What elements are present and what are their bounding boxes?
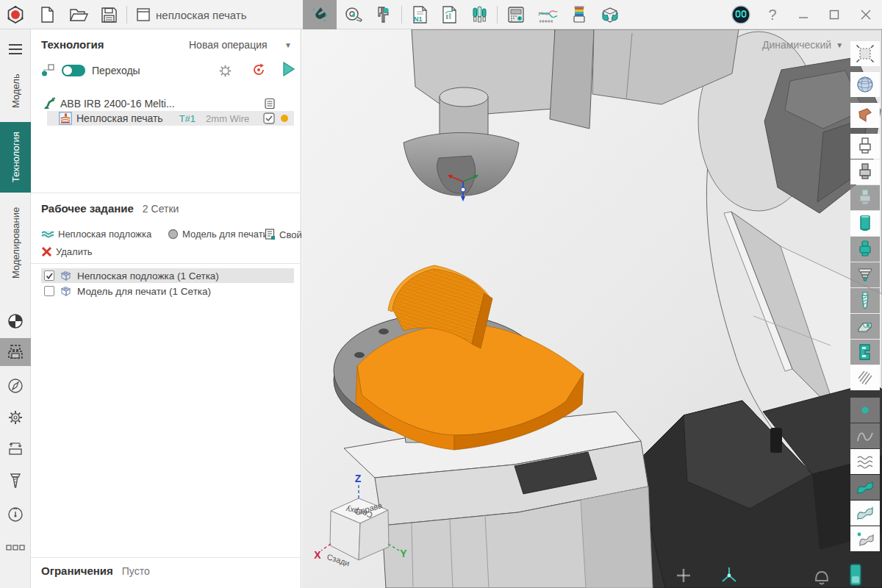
operation-checkbox[interactable]: [263, 112, 275, 124]
transitions-toggle[interactable]: [62, 65, 85, 76]
machine-setup-icon[interactable]: [0, 435, 31, 463]
mesh-surface-button[interactable]: [850, 449, 880, 474]
document-tab-icon: [132, 0, 154, 29]
robot-label: ABB IRB 2400-16 Melti...: [60, 98, 175, 110]
datum-icon[interactable]: [0, 307, 31, 335]
stock-button[interactable]: [850, 314, 880, 339]
chevron-down-icon: ▼: [284, 41, 292, 49]
tool-holder-teal-round-button[interactable]: [850, 237, 880, 262]
transitions-label: Переходы: [92, 65, 140, 76]
checkbox-checked[interactable]: [44, 270, 54, 281]
assistant-button[interactable]: [726, 0, 756, 29]
fit-view-button[interactable]: [850, 41, 880, 66]
measure-tape-button[interactable]: [340, 0, 368, 29]
hatch-section-button[interactable]: [850, 365, 880, 390]
view-mode-dropdown[interactable]: Динамический ▼: [762, 39, 843, 51]
snap-magnet-button[interactable]: [303, 0, 337, 29]
layers-button[interactable]: [564, 0, 594, 29]
new-operation-dropdown[interactable]: Новая операция ▼: [189, 39, 292, 51]
mesh-icon: [60, 286, 72, 297]
fixture-button[interactable]: [850, 340, 880, 365]
help-button[interactable]: ?: [761, 0, 784, 29]
new-document-button[interactable]: [34, 0, 60, 29]
tool-holder-teal-button[interactable]: [850, 211, 880, 236]
operation-label: Неплоская печать: [76, 112, 163, 124]
document-tab[interactable]: неплоская печать: [156, 0, 247, 29]
settings-gear-icon[interactable]: [0, 404, 31, 431]
drill-tool-button[interactable]: [850, 288, 880, 313]
flag-surface-button[interactable]: [850, 501, 880, 526]
view-mode-label: Динамический: [762, 39, 831, 51]
globe-view-button[interactable]: [850, 72, 880, 97]
save-button[interactable]: [96, 0, 122, 29]
materials-box-button[interactable]: [595, 0, 625, 29]
device-icon: [850, 564, 861, 585]
curve-button[interactable]: [850, 423, 880, 448]
caliper-button[interactable]: [369, 0, 397, 29]
tools-button[interactable]: [465, 0, 494, 29]
operations-list-icon[interactable]: [264, 98, 276, 110]
app-logo: [3, 0, 28, 29]
nc-program-button[interactable]: N1: [406, 0, 434, 29]
sidebar-tab-modeling[interactable]: Моделирование: [0, 197, 31, 288]
sidebar-tab-model[interactable]: Модель: [0, 65, 31, 118]
print-operation-icon: [59, 112, 72, 125]
model-icon: [168, 229, 179, 240]
tree-row-robot[interactable]: ABB IRB 2400-16 Melti...: [41, 96, 294, 111]
more-options-icon[interactable]: [0, 534, 31, 562]
titlebar: неплоская печать N1: [0, 0, 882, 29]
operation-settings-button[interactable]: [218, 62, 232, 79]
tool-number: T#1: [179, 113, 196, 124]
tool-discs-button[interactable]: [850, 262, 880, 287]
surface-filled-button[interactable]: [850, 475, 880, 500]
substrate-button-label: Неплоская подложка: [58, 229, 151, 240]
statistics-button[interactable]: [532, 0, 563, 29]
recalculate-button[interactable]: [251, 62, 266, 78]
tool-holder-gray-button[interactable]: [850, 159, 880, 184]
substrate-button[interactable]: Неплоская подложка: [41, 229, 151, 240]
section-divider: [31, 193, 301, 193]
report-button[interactable]: [435, 0, 463, 29]
job-item-substrate[interactable]: Неплоская подложка (1 Сетка): [41, 268, 294, 283]
point-button[interactable]: [850, 398, 880, 423]
run-button[interactable]: [281, 61, 295, 77]
toolbar-separator: [497, 6, 498, 24]
technology-panel: Технология Новая операция ▼ Переходы ABB…: [31, 29, 301, 588]
viewport-3d[interactable]: Сверху Сзади Справа Z X Y Динамический ▼: [302, 29, 882, 588]
maximize-button[interactable]: [822, 0, 847, 29]
constraints-title: Ограничения: [41, 564, 113, 577]
delete-button[interactable]: Удалить: [41, 246, 93, 257]
compass-icon[interactable]: [0, 372, 31, 400]
tab-label: Моделирование: [10, 207, 21, 278]
svg-text:Y: Y: [400, 548, 407, 559]
close-button[interactable]: [853, 0, 879, 29]
calculator-button[interactable]: [501, 0, 531, 29]
panel-title-text: Технология: [41, 38, 104, 51]
menu-hamburger-icon[interactable]: [0, 35, 31, 63]
sidebar-tab-technology[interactable]: Технология: [0, 122, 31, 193]
chevron-down-icon: ▼: [836, 41, 843, 49]
print-model-button[interactable]: Модель для печати: [168, 229, 268, 240]
svg-text:X: X: [314, 549, 321, 561]
application-window: неплоская печать N1: [0, 0, 882, 588]
job-item-model[interactable]: Модель для печати (1 Сетка): [41, 284, 294, 298]
tree-row-operation[interactable]: Неплоская печать T#1 2mm Wire: [47, 111, 294, 126]
job-title: Рабочее задание: [41, 202, 134, 215]
gauge-icon[interactable]: [0, 501, 31, 528]
transitions-path-icon: [41, 64, 55, 77]
checkbox-unchecked[interactable]: [44, 286, 54, 296]
face-view-button[interactable]: [850, 103, 880, 128]
tool-holder-white-button[interactable]: [850, 134, 880, 159]
document-tab-label: неплоская печать: [156, 9, 247, 21]
tool-holder-faded-button[interactable]: [850, 185, 880, 210]
flag-point-button[interactable]: [850, 526, 880, 551]
job-item-label: Модель для печати (1 Сетка): [77, 286, 211, 297]
tool-drill-icon[interactable]: [0, 467, 31, 495]
print-model-button-label: Модель для печати: [182, 229, 268, 240]
robot-arm-icon: [43, 97, 56, 110]
minimize-button[interactable]: [791, 0, 816, 29]
constraints-section[interactable]: Ограничения Пусто: [41, 564, 150, 577]
open-button[interactable]: [65, 0, 93, 29]
section-divider: [31, 263, 301, 264]
print-mode-icon[interactable]: [0, 338, 31, 366]
